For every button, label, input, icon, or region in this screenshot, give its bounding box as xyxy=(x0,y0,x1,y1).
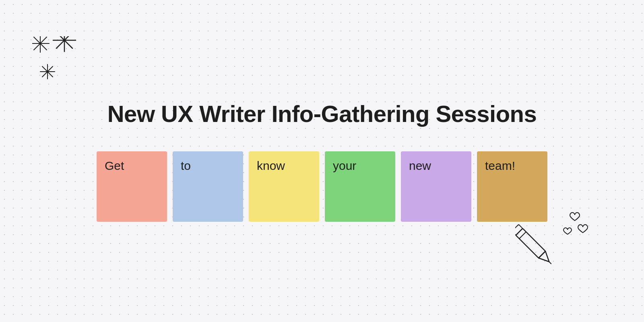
card-your-text: your xyxy=(333,159,356,173)
card-know: know xyxy=(249,151,319,222)
card-your: your xyxy=(325,151,395,222)
pencil-decoration xyxy=(515,208,596,282)
svg-rect-12 xyxy=(516,229,546,258)
card-new: new xyxy=(401,151,471,222)
stars-decoration xyxy=(32,36,97,90)
card-to: to xyxy=(173,151,243,222)
page-title: New UX Writer Info-Gathering Sessions xyxy=(107,100,537,127)
page-wrapper: New UX Writer Info-Gathering Sessions Ge… xyxy=(0,0,644,322)
card-get: Get xyxy=(97,151,167,222)
card-new-text: new xyxy=(409,159,431,173)
cards-row: Get to know your new team! xyxy=(97,151,547,222)
svg-line-14 xyxy=(549,262,551,264)
card-to-text: to xyxy=(181,159,191,173)
card-know-text: know xyxy=(257,159,285,173)
card-get-text: Get xyxy=(105,159,124,173)
svg-line-16 xyxy=(519,232,526,239)
svg-rect-15 xyxy=(515,225,522,235)
card-team-text: team! xyxy=(485,159,515,173)
